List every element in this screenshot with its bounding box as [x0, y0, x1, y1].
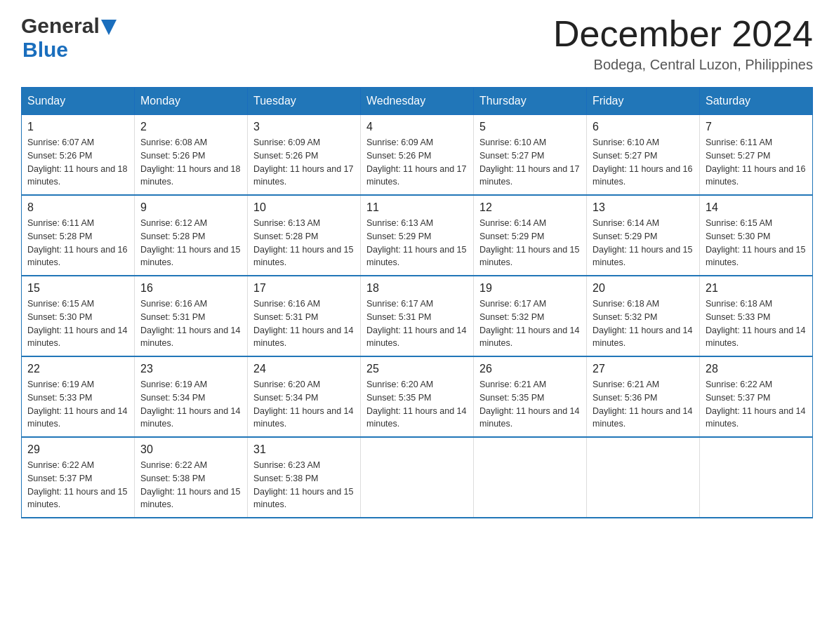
day-info: Sunrise: 6:09 AMSunset: 5:26 PMDaylight:…	[253, 136, 355, 189]
day-info: Sunrise: 6:07 AMSunset: 5:26 PMDaylight:…	[27, 136, 128, 189]
day-info: Sunrise: 6:15 AMSunset: 5:30 PMDaylight:…	[706, 217, 807, 269]
day-number: 8	[27, 201, 128, 214]
day-number: 27	[593, 363, 694, 375]
day-number: 26	[479, 363, 581, 375]
calendar-cell: 22Sunrise: 6:19 AMSunset: 5:33 PMDayligh…	[22, 356, 135, 437]
day-number: 6	[593, 121, 694, 133]
calendar-cell: 31Sunrise: 6:23 AMSunset: 5:38 PMDayligh…	[248, 437, 361, 518]
day-number: 21	[706, 282, 807, 295]
day-number: 14	[706, 201, 807, 214]
calendar-cell: 21Sunrise: 6:18 AMSunset: 5:33 PMDayligh…	[700, 276, 813, 356]
day-number: 4	[366, 121, 468, 133]
day-info: Sunrise: 6:21 AMSunset: 5:35 PMDaylight:…	[479, 378, 581, 431]
calendar-cell: 20Sunrise: 6:18 AMSunset: 5:32 PMDayligh…	[587, 276, 700, 356]
day-info: Sunrise: 6:19 AMSunset: 5:34 PMDaylight:…	[140, 378, 241, 431]
calendar-week-row: 29Sunrise: 6:22 AMSunset: 5:37 PMDayligh…	[22, 437, 813, 518]
day-number: 19	[479, 282, 581, 295]
day-info: Sunrise: 6:20 AMSunset: 5:34 PMDaylight:…	[253, 378, 355, 431]
logo-blue-text: Blue	[22, 38, 68, 62]
calendar-cell: 25Sunrise: 6:20 AMSunset: 5:35 PMDayligh…	[361, 356, 474, 437]
calendar-cell: 15Sunrise: 6:15 AMSunset: 5:30 PMDayligh…	[22, 276, 135, 356]
logo-general-text: General	[21, 14, 100, 38]
day-info: Sunrise: 6:12 AMSunset: 5:28 PMDaylight:…	[140, 217, 241, 269]
logo: General Blue	[21, 14, 117, 62]
day-number: 16	[140, 282, 241, 295]
day-info: Sunrise: 6:10 AMSunset: 5:27 PMDaylight:…	[479, 136, 581, 189]
day-info: Sunrise: 6:23 AMSunset: 5:38 PMDaylight:…	[253, 459, 355, 511]
calendar-cell: 6Sunrise: 6:10 AMSunset: 5:27 PMDaylight…	[587, 115, 700, 196]
day-info: Sunrise: 6:17 AMSunset: 5:31 PMDaylight:…	[366, 297, 468, 350]
calendar-cell: 4Sunrise: 6:09 AMSunset: 5:26 PMDaylight…	[361, 115, 474, 196]
day-info: Sunrise: 6:17 AMSunset: 5:32 PMDaylight:…	[479, 297, 581, 350]
calendar-cell: 30Sunrise: 6:22 AMSunset: 5:38 PMDayligh…	[135, 437, 248, 518]
day-info: Sunrise: 6:18 AMSunset: 5:33 PMDaylight:…	[706, 297, 807, 350]
calendar-cell: 2Sunrise: 6:08 AMSunset: 5:26 PMDaylight…	[135, 115, 248, 196]
day-info: Sunrise: 6:20 AMSunset: 5:35 PMDaylight:…	[366, 378, 468, 431]
day-info: Sunrise: 6:16 AMSunset: 5:31 PMDaylight:…	[253, 297, 355, 350]
day-number: 31	[253, 443, 355, 456]
calendar-cell	[361, 437, 474, 518]
title-section: December 2024 Bodega, Central Luzon, Phi…	[553, 14, 813, 73]
calendar-body: 1Sunrise: 6:07 AMSunset: 5:26 PMDaylight…	[22, 115, 813, 518]
calendar-cell: 3Sunrise: 6:09 AMSunset: 5:26 PMDaylight…	[248, 115, 361, 196]
day-info: Sunrise: 6:22 AMSunset: 5:37 PMDaylight:…	[27, 459, 128, 511]
day-number: 12	[479, 201, 581, 214]
col-thursday: Thursday	[474, 88, 587, 115]
calendar-header: Sunday Monday Tuesday Wednesday Thursday…	[22, 88, 813, 115]
day-number: 11	[366, 201, 468, 214]
day-number: 1	[27, 121, 128, 133]
calendar-cell: 27Sunrise: 6:21 AMSunset: 5:36 PMDayligh…	[587, 356, 700, 437]
day-info: Sunrise: 6:15 AMSunset: 5:30 PMDaylight:…	[27, 297, 128, 350]
col-sunday: Sunday	[22, 88, 135, 115]
day-info: Sunrise: 6:14 AMSunset: 5:29 PMDaylight:…	[479, 217, 581, 269]
calendar-cell: 26Sunrise: 6:21 AMSunset: 5:35 PMDayligh…	[474, 356, 587, 437]
calendar-cell: 11Sunrise: 6:13 AMSunset: 5:29 PMDayligh…	[361, 195, 474, 276]
day-info: Sunrise: 6:18 AMSunset: 5:32 PMDaylight:…	[593, 297, 694, 350]
calendar-cell	[700, 437, 813, 518]
day-info: Sunrise: 6:22 AMSunset: 5:37 PMDaylight:…	[706, 378, 807, 431]
day-number: 24	[253, 363, 355, 375]
calendar-cell: 14Sunrise: 6:15 AMSunset: 5:30 PMDayligh…	[700, 195, 813, 276]
calendar-cell: 16Sunrise: 6:16 AMSunset: 5:31 PMDayligh…	[135, 276, 248, 356]
day-number: 18	[366, 282, 468, 295]
calendar-cell: 12Sunrise: 6:14 AMSunset: 5:29 PMDayligh…	[474, 195, 587, 276]
calendar-cell: 17Sunrise: 6:16 AMSunset: 5:31 PMDayligh…	[248, 276, 361, 356]
day-number: 22	[27, 363, 128, 375]
calendar-cell: 5Sunrise: 6:10 AMSunset: 5:27 PMDaylight…	[474, 115, 587, 196]
day-info: Sunrise: 6:10 AMSunset: 5:27 PMDaylight:…	[593, 136, 694, 189]
calendar-cell: 8Sunrise: 6:11 AMSunset: 5:28 PMDaylight…	[22, 195, 135, 276]
calendar-cell: 18Sunrise: 6:17 AMSunset: 5:31 PMDayligh…	[361, 276, 474, 356]
day-number: 5	[479, 121, 581, 133]
calendar-cell	[474, 437, 587, 518]
day-info: Sunrise: 6:19 AMSunset: 5:33 PMDaylight:…	[27, 378, 128, 431]
calendar-cell: 7Sunrise: 6:11 AMSunset: 5:27 PMDaylight…	[700, 115, 813, 196]
day-number: 7	[706, 121, 807, 133]
calendar-cell: 13Sunrise: 6:14 AMSunset: 5:29 PMDayligh…	[587, 195, 700, 276]
day-info: Sunrise: 6:09 AMSunset: 5:26 PMDaylight:…	[366, 136, 468, 189]
location-subtitle: Bodega, Central Luzon, Philippines	[553, 57, 813, 73]
header-row: Sunday Monday Tuesday Wednesday Thursday…	[22, 88, 813, 115]
calendar-cell: 28Sunrise: 6:22 AMSunset: 5:37 PMDayligh…	[700, 356, 813, 437]
col-tuesday: Tuesday	[248, 88, 361, 115]
day-number: 9	[140, 201, 241, 214]
col-friday: Friday	[587, 88, 700, 115]
calendar-cell: 1Sunrise: 6:07 AMSunset: 5:26 PMDaylight…	[22, 115, 135, 196]
day-number: 15	[27, 282, 128, 295]
calendar-week-row: 15Sunrise: 6:15 AMSunset: 5:30 PMDayligh…	[22, 276, 813, 356]
calendar-cell: 29Sunrise: 6:22 AMSunset: 5:37 PMDayligh…	[22, 437, 135, 518]
calendar-cell: 10Sunrise: 6:13 AMSunset: 5:28 PMDayligh…	[248, 195, 361, 276]
day-number: 2	[140, 121, 241, 133]
day-info: Sunrise: 6:13 AMSunset: 5:29 PMDaylight:…	[366, 217, 468, 269]
calendar-table: Sunday Monday Tuesday Wednesday Thursday…	[21, 87, 813, 518]
col-saturday: Saturday	[700, 88, 813, 115]
svg-marker-0	[101, 20, 117, 35]
logo-triangle-icon	[101, 20, 117, 35]
calendar-cell: 23Sunrise: 6:19 AMSunset: 5:34 PMDayligh…	[135, 356, 248, 437]
month-title: December 2024	[553, 14, 813, 54]
calendar-cell: 19Sunrise: 6:17 AMSunset: 5:32 PMDayligh…	[474, 276, 587, 356]
day-number: 10	[253, 201, 355, 214]
day-info: Sunrise: 6:11 AMSunset: 5:28 PMDaylight:…	[27, 217, 128, 269]
day-number: 23	[140, 363, 241, 375]
col-wednesday: Wednesday	[361, 88, 474, 115]
day-info: Sunrise: 6:14 AMSunset: 5:29 PMDaylight:…	[593, 217, 694, 269]
